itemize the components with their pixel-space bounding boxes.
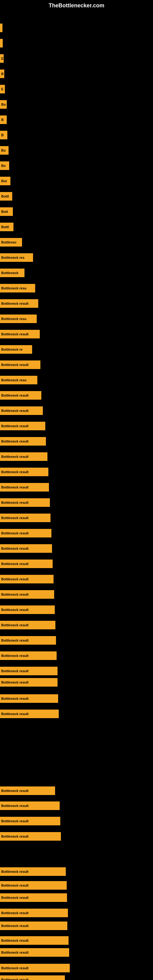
bar-item: Bottleneck result bbox=[0, 437, 46, 445]
bar-item: Bottleneck re bbox=[0, 345, 32, 354]
bar-item: Bottleneck result bbox=[0, 590, 54, 599]
bar-item: Bottleneck result bbox=[0, 786, 55, 795]
bar-item: Bottleneck result bbox=[0, 605, 55, 614]
bar-item: Bottleneck resu bbox=[0, 284, 35, 293]
bar-item: Bottleneck result bbox=[0, 636, 56, 645]
bar-item: Bottleneck bbox=[0, 269, 24, 277]
bar-item: Bottleneck result bbox=[0, 832, 61, 841]
bar-item bbox=[0, 24, 2, 32]
bar-item: Bottl bbox=[0, 223, 13, 231]
bar-item: E bbox=[0, 54, 4, 63]
bar-item: Bottleneck result bbox=[0, 893, 67, 902]
bar-item: Bottleneck result bbox=[0, 360, 40, 369]
bar-item: Bottleneck result bbox=[0, 529, 51, 538]
bars-container: EBEBoBBBoBoBotBottlBottBottlBottlenecBot… bbox=[0, 11, 153, 980]
bar-item: Bottleneck result bbox=[0, 406, 43, 415]
bar-item: Bottleneck resu bbox=[0, 315, 37, 323]
bar-item: Bo bbox=[0, 161, 9, 170]
bar-item: B bbox=[0, 131, 7, 139]
bar-item: Bot bbox=[0, 177, 10, 185]
bar-item: Bottleneck result bbox=[0, 575, 54, 584]
bar-item: Bottleneck result bbox=[0, 391, 41, 400]
bar-item: Bottleneck result bbox=[0, 560, 53, 568]
bar-item: Bottleneck result bbox=[0, 667, 57, 675]
bar-item: Bo bbox=[0, 146, 9, 155]
bar-item: B bbox=[0, 70, 4, 78]
bar-item: Bottleneck result bbox=[0, 651, 57, 660]
bar-item: Bottleneck result bbox=[0, 483, 49, 492]
bar-item: Bottleneck resu bbox=[0, 376, 37, 384]
bar-item bbox=[0, 39, 3, 48]
bar-item: Bottleneck res bbox=[0, 253, 33, 262]
bar-item: Bottleneck result bbox=[0, 867, 66, 876]
bar-item: Bottleneck result bbox=[0, 299, 38, 308]
bar-item: Bottleneck result bbox=[0, 975, 65, 980]
bar-item: Bottleneck result bbox=[0, 948, 69, 957]
bar-item: Bottleneck result bbox=[0, 452, 48, 461]
bar-item: Bottl bbox=[0, 192, 12, 200]
bar-item: Bottleneck result bbox=[0, 964, 70, 972]
bar-item: Bottleneck result bbox=[0, 514, 51, 522]
bar-item: Bottleneck result bbox=[0, 936, 69, 945]
site-title: TheBottlenecker.com bbox=[0, 0, 153, 11]
bar-item: E bbox=[0, 85, 5, 94]
bar-item: Bottleneck result bbox=[0, 802, 60, 810]
bar-item: Bottleneck result bbox=[0, 710, 59, 718]
bar-item: Bo bbox=[0, 100, 7, 109]
bar-item: Bottleneck result bbox=[0, 908, 68, 917]
bar-item: Bottleneck result bbox=[0, 678, 57, 687]
bar-item: Bottlenec bbox=[0, 238, 22, 247]
bar-item: Bottleneck result bbox=[0, 544, 52, 553]
bar-item: Bottleneck result bbox=[0, 817, 60, 825]
bar-item: Bott bbox=[0, 207, 13, 216]
bar-item: Bottleneck result bbox=[0, 468, 48, 476]
bar-item: Bottleneck result bbox=[0, 330, 40, 339]
bar-item: Bottleneck result bbox=[0, 694, 58, 703]
bar-item: Bottleneck result bbox=[0, 921, 67, 930]
bar-item: Bottleneck result bbox=[0, 498, 50, 507]
bar-item: B bbox=[0, 115, 7, 124]
bar-item: Bottleneck result bbox=[0, 881, 67, 890]
bar-item: Bottleneck result bbox=[0, 621, 56, 629]
bar-item: Bottleneck result bbox=[0, 422, 45, 430]
